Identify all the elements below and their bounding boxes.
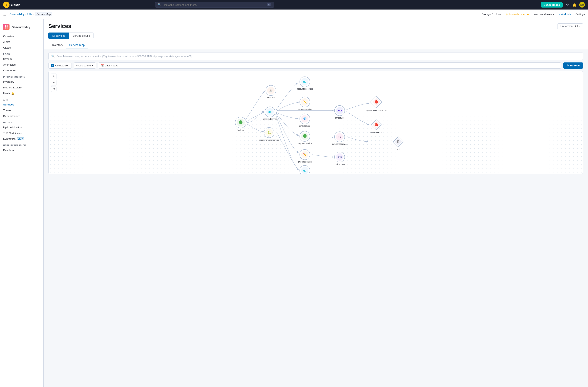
node-productcatalogservice[interactable]: go productcatalogservice xyxy=(295,165,315,174)
svg-text:🔴: 🔴 xyxy=(375,123,378,127)
week-before-selector[interactable]: Week before ▾ xyxy=(74,63,96,68)
notifications-icon[interactable]: 🔔 xyxy=(572,2,577,7)
sidebar-item-anomalies[interactable]: Anomalies xyxy=(0,62,43,68)
tab-service-map[interactable]: Service map xyxy=(66,42,88,49)
observability-logo xyxy=(3,24,9,30)
node-frontend[interactable]: frontend xyxy=(235,117,246,131)
svg-text:.NET: .NET xyxy=(337,110,342,112)
node-cartservice[interactable]: .NET cartservice xyxy=(335,106,345,119)
environment-selector[interactable]: Environment All ▾ xyxy=(557,23,583,29)
sidebar-item-alerts[interactable]: Alerts xyxy=(0,39,43,45)
search-icon: 🔍 xyxy=(51,55,55,58)
setup-guides-button[interactable]: Setup guides xyxy=(541,2,563,7)
storage-explorer-link[interactable]: Storage Explorer xyxy=(482,13,501,16)
node-paymentservice[interactable]: paymentservice xyxy=(298,131,312,144)
sidebar-item-overview[interactable]: Overview xyxy=(0,33,43,39)
comparison-label: Comparison xyxy=(55,64,69,67)
svg-rect-4 xyxy=(5,27,6,28)
node-accountingservice[interactable]: go accountingservice xyxy=(297,77,313,90)
svg-point-56 xyxy=(336,153,343,160)
hamburger-menu[interactable]: ☰ xyxy=(3,12,6,17)
service-map-svg: frontend ☕ adservice go xyxy=(48,71,583,174)
sidebar-item-inventory[interactable]: Inventory xyxy=(0,79,43,85)
zoom-in-button[interactable]: + xyxy=(51,73,57,79)
service-map-container: + − ⊕ xyxy=(48,71,583,174)
sidebar-item-tls-certificates[interactable]: TLS Certificates xyxy=(0,130,43,136)
svg-text:🗄: 🗄 xyxy=(397,140,399,143)
add-data-link[interactable]: ＋ Add data xyxy=(558,13,571,16)
tab-service-groups[interactable]: Service groups xyxy=(69,32,94,39)
sidebar-item-metrics-explorer[interactable]: Metrics Explorer xyxy=(0,85,43,91)
svg-point-28 xyxy=(301,98,309,106)
node-redis-otel[interactable]: 🔴 my-otel-demo-redis:6379 xyxy=(366,96,386,112)
search-hint-text: Search transactions, errors and metrics … xyxy=(57,55,192,58)
sidebar-item-synthetics[interactable]: Synthetics BETA xyxy=(0,136,43,142)
svg-point-23 xyxy=(300,77,310,87)
alerts-rules-link[interactable]: Alerts and rules ▾ xyxy=(534,13,554,16)
refresh-icon: ↻ xyxy=(567,64,569,67)
sidebar-item-stream[interactable]: Stream xyxy=(0,56,43,62)
sidebar-item-dependencies[interactable]: Dependencies xyxy=(0,113,43,119)
node-currencyservice[interactable]: ✏️ currencyservice xyxy=(298,97,312,111)
node-emailservice[interactable]: 💎 emailservice xyxy=(299,114,311,127)
sidebar-item-cases[interactable]: Cases xyxy=(0,45,43,50)
breadcrumb: Observability › APM › Service Map xyxy=(9,12,52,16)
sidebar-item-hosts[interactable]: Hosts 🔔 xyxy=(0,91,43,96)
node-redis-cart[interactable]: 🔴 redis-cart:6379 xyxy=(370,119,382,134)
sidebar-item-uptime-monitors[interactable]: Uptime Monitors xyxy=(0,124,43,130)
node-shippingservice[interactable]: ✏️ shippingservice xyxy=(298,150,312,163)
refresh-button[interactable]: ↻ Refresh xyxy=(563,63,583,68)
zoom-out-button[interactable]: − xyxy=(51,80,57,86)
breadcrumb-apm[interactable]: APM xyxy=(27,13,32,16)
breadcrumb-observability[interactable]: Observability xyxy=(9,13,24,16)
svg-text:🐍: 🐍 xyxy=(267,131,271,135)
page-header: Services Environment All ▾ All services … xyxy=(43,19,588,49)
node-adservice[interactable]: ☕ adservice xyxy=(266,85,276,99)
svg-rect-3 xyxy=(6,25,8,27)
svg-text:accountingservice: accountingservice xyxy=(297,88,313,90)
comparison-toggle[interactable]: ✓ Comparison xyxy=(48,62,72,68)
search-shortcut: ⌘/ xyxy=(267,3,272,6)
node-sql[interactable]: 🗄 sql xyxy=(393,137,403,151)
svg-marker-63 xyxy=(371,119,381,130)
elastic-logo[interactable]: e elastic xyxy=(3,1,21,8)
main-content: Services Environment All ▾ All services … xyxy=(43,19,588,387)
settings-icon[interactable]: ⚙ xyxy=(565,2,570,7)
svg-text:php: php xyxy=(337,156,342,159)
week-before-label: Week before xyxy=(76,64,91,67)
svg-text:frontend: frontend xyxy=(237,129,244,131)
fit-view-button[interactable]: ⊕ xyxy=(51,86,57,92)
settings-link[interactable]: Settings xyxy=(575,13,585,16)
sidebar-item-dashboard[interactable]: Dashboard xyxy=(0,147,43,153)
sidebar-item-services[interactable]: Services xyxy=(0,102,43,108)
tab-inventory[interactable]: Inventory xyxy=(48,42,66,49)
svg-text:checkoutservice: checkoutservice xyxy=(263,118,277,120)
node-featureflagservice[interactable]: ⬡ featureflagservice xyxy=(332,132,348,145)
breadcrumb-service-map[interactable]: Service Map xyxy=(35,12,52,16)
anomaly-detection-link[interactable]: ⚡ Anomaly detection xyxy=(505,13,530,16)
date-range-selector[interactable]: 📅 Last 7 days xyxy=(98,63,561,68)
sidebar-item-categories[interactable]: Categories xyxy=(0,68,43,73)
global-search-input[interactable] xyxy=(163,3,265,6)
sidebar-section-infrastructure: Infrastructure xyxy=(0,73,43,79)
svg-point-39 xyxy=(300,150,310,160)
user-avatar[interactable]: AW xyxy=(579,2,585,7)
svg-point-36 xyxy=(301,133,309,140)
node-recommendationservice[interactable]: 🐍 recommendationservice xyxy=(259,128,279,141)
global-search: 🔍 ⌘/ xyxy=(155,2,274,8)
svg-point-8 xyxy=(236,118,245,127)
node-quoteservice[interactable]: php quoteservice xyxy=(334,152,345,165)
svg-text:go: go xyxy=(269,110,272,114)
sidebar-item-traces[interactable]: Traces xyxy=(0,108,43,113)
tab-all-services[interactable]: All services xyxy=(48,32,69,39)
node-checkoutservice[interactable]: go checkoutservice xyxy=(263,107,277,120)
svg-point-52 xyxy=(336,133,343,140)
svg-point-24 xyxy=(301,78,309,86)
search-filter-bar[interactable]: 🔍 Search transactions, errors and metric… xyxy=(48,52,583,60)
svg-text:💎: 💎 xyxy=(303,117,307,120)
svg-text:cartservice: cartservice xyxy=(335,117,344,119)
svg-text:my-otel-demo-redis:6379: my-otel-demo-redis:6379 xyxy=(366,110,386,112)
svg-point-32 xyxy=(301,115,309,122)
environment-value: All xyxy=(575,25,578,28)
svg-text:quoteservice: quoteservice xyxy=(334,163,345,165)
